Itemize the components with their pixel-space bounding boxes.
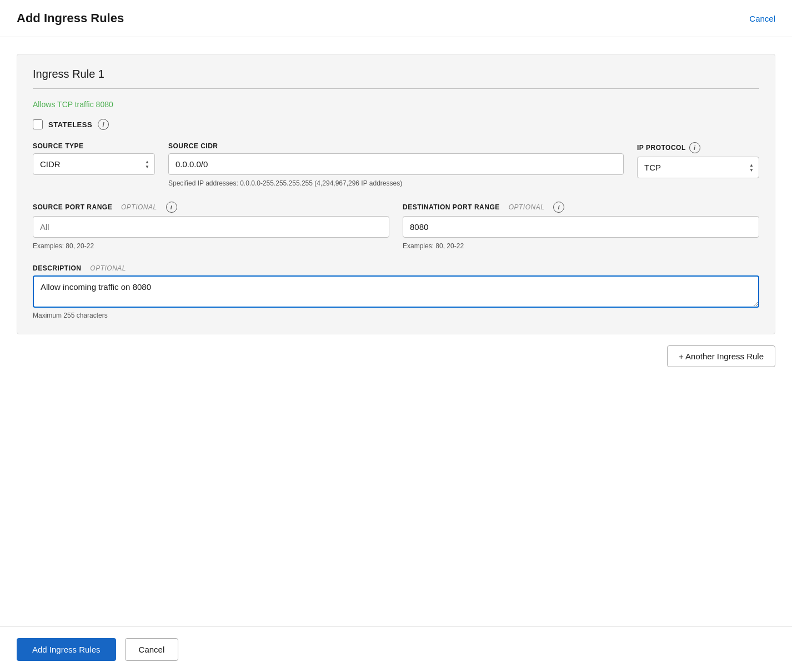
description-hint: Maximum 255 characters — [33, 312, 108, 319]
page-header: Add Ingress Rules Cancel — [0, 0, 792, 37]
bottom-actions: Add Ingress Rules Cancel — [0, 626, 792, 672]
page-title: Add Ingress Rules — [17, 11, 124, 26]
source-cidr-label: SOURCE CIDR — [168, 142, 624, 150]
destination-port-group: DESTINATION PORT RANGE OPTIONAL i Exampl… — [403, 202, 759, 251]
header-cancel-link[interactable]: Cancel — [749, 14, 775, 23]
cancel-button[interactable]: Cancel — [125, 638, 179, 661]
destination-port-input[interactable] — [403, 216, 759, 238]
stateless-info-icon[interactable]: i — [98, 119, 109, 130]
port-fields-row: SOURCE PORT RANGE OPTIONAL i Examples: 8… — [33, 202, 759, 251]
description-label: DESCRIPTION OPTIONAL — [33, 264, 759, 272]
source-cidr-input[interactable] — [168, 153, 624, 175]
actions-row: + Another Ingress Rule — [17, 345, 775, 367]
destination-port-hint: Examples: 80, 20-22 — [403, 241, 759, 251]
another-ingress-rule-button[interactable]: + Another Ingress Rule — [667, 345, 775, 367]
source-type-group: SOURCE TYPE CIDR Service NSG ▲ ▼ — [33, 142, 155, 175]
description-textarea[interactable] — [33, 275, 759, 308]
ip-protocol-select-wrapper: TCP UDP ICMP All ▲ ▼ — [637, 157, 759, 178]
stateless-checkbox[interactable] — [33, 119, 43, 129]
destination-port-label: DESTINATION PORT RANGE OPTIONAL i — [403, 202, 759, 213]
source-port-label: SOURCE PORT RANGE OPTIONAL i — [33, 202, 389, 213]
ip-protocol-info-icon[interactable]: i — [689, 142, 700, 153]
source-type-select[interactable]: CIDR Service NSG — [33, 153, 155, 175]
add-ingress-rules-button[interactable]: Add Ingress Rules — [17, 638, 116, 661]
source-cidr-hint: Specified IP addresses: 0.0.0.0-255.255.… — [168, 178, 624, 188]
source-port-group: SOURCE PORT RANGE OPTIONAL i Examples: 8… — [33, 202, 389, 251]
rule-summary: Allows TCP traffic 8080 — [33, 100, 759, 109]
stateless-row: STATELESS i — [33, 119, 759, 130]
source-port-input[interactable] — [33, 216, 389, 238]
ip-protocol-group: IP PROTOCOL i TCP UDP ICMP All ▲ ▼ — [637, 142, 759, 178]
main-content: Ingress Rule 1 Allows TCP traffic 8080 S… — [0, 37, 792, 626]
rule-card: Ingress Rule 1 Allows TCP traffic 8080 S… — [17, 54, 775, 334]
source-type-select-wrapper: CIDR Service NSG ▲ ▼ — [33, 153, 155, 175]
description-section: DESCRIPTION OPTIONAL Maximum 255 charact… — [33, 264, 759, 320]
destination-port-info-icon[interactable]: i — [553, 202, 564, 213]
stateless-label: STATELESS — [48, 121, 92, 129]
ip-protocol-label: IP PROTOCOL i — [637, 142, 759, 153]
ip-protocol-select[interactable]: TCP UDP ICMP All — [637, 157, 759, 178]
rule-card-title: Ingress Rule 1 — [33, 68, 759, 89]
source-cidr-group: SOURCE CIDR Specified IP addresses: 0.0.… — [168, 142, 624, 188]
source-type-label: SOURCE TYPE — [33, 142, 155, 150]
source-port-info-icon[interactable]: i — [166, 202, 177, 213]
source-port-hint: Examples: 80, 20-22 — [33, 241, 389, 251]
top-fields-row: SOURCE TYPE CIDR Service NSG ▲ ▼ — [33, 142, 759, 188]
